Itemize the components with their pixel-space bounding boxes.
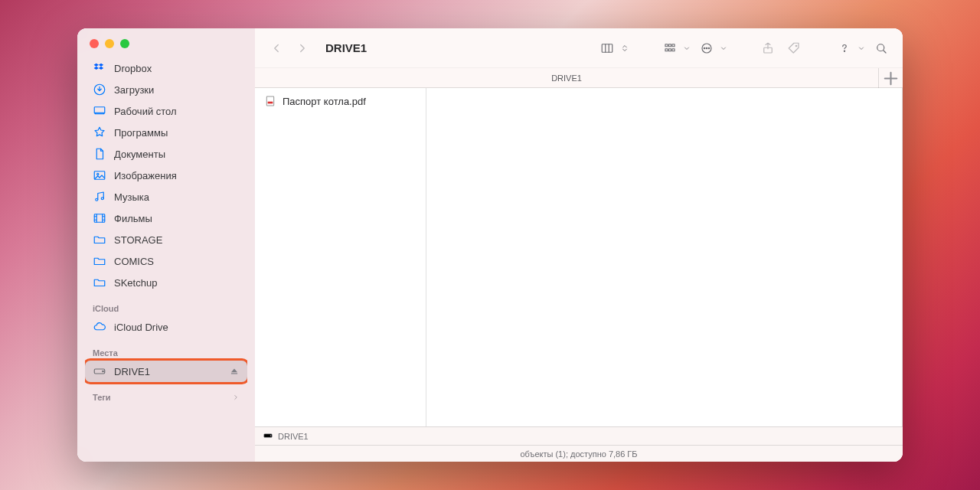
back-button[interactable] xyxy=(266,38,287,59)
sidebar-item-storage[interactable]: STORAGE xyxy=(85,229,247,250)
sidebar-item-label: Музыка xyxy=(114,191,240,203)
svg-point-21 xyxy=(708,47,710,49)
sidebar-section-tags[interactable]: Теги xyxy=(85,382,247,405)
sidebar-item-drive1[interactable]: DRIVE1 xyxy=(85,361,247,382)
sidebar-item-icloud-drive[interactable]: iCloud Drive xyxy=(85,316,247,338)
applications-icon xyxy=(93,126,106,139)
svg-rect-13 xyxy=(669,44,671,46)
file-row[interactable]: Паспорт котла.pdf xyxy=(261,93,420,109)
file-name: Паспорт котла.pdf xyxy=(283,96,366,107)
sidebar-item-documents[interactable]: Документы xyxy=(85,143,247,165)
desktop-icon xyxy=(93,104,106,118)
sidebar-item-sketchup[interactable]: SKetchup xyxy=(85,272,247,293)
pdf-file-icon xyxy=(264,95,276,107)
sidebar-item-label: Dropbox xyxy=(114,63,240,74)
svg-rect-17 xyxy=(672,48,675,51)
svg-point-5 xyxy=(96,198,98,201)
sidebar-section-locations[interactable]: Места xyxy=(85,338,247,361)
help-menu-button[interactable] xyxy=(834,38,866,59)
svg-point-9 xyxy=(103,371,104,372)
sidebar-section-label: iCloud xyxy=(93,304,119,313)
toolbar: DRIVE1 xyxy=(255,28,903,68)
sidebar-item-label: Загрузки xyxy=(114,84,240,96)
preview-column xyxy=(426,88,903,426)
eject-icon[interactable] xyxy=(229,366,240,377)
status-text: объекты (1); доступно 7,86 ГБ xyxy=(520,449,637,459)
sidebar-item-pictures[interactable]: Изображения xyxy=(85,165,247,186)
sidebar-section-icloud[interactable]: iCloud xyxy=(85,293,247,316)
forward-button[interactable] xyxy=(292,38,313,59)
fullscreen-window-button[interactable] xyxy=(120,39,129,48)
sidebar-list: Dropbox Загрузки Рабочий стол Программы … xyxy=(85,57,247,456)
window-controls xyxy=(85,39,247,57)
svg-point-19 xyxy=(704,47,705,49)
drive-icon xyxy=(93,364,106,378)
music-icon xyxy=(93,190,106,204)
svg-rect-11 xyxy=(602,44,612,52)
folder-icon xyxy=(93,233,106,247)
finder-window: Dropbox Загрузки Рабочий стол Программы … xyxy=(77,28,903,462)
sidebar-item-desktop[interactable]: Рабочий стол xyxy=(85,100,247,122)
svg-rect-27 xyxy=(268,102,273,104)
sidebar-item-label: Рабочий стол xyxy=(114,106,240,117)
svg-point-23 xyxy=(795,45,797,47)
path-bar[interactable]: DRIVE1 xyxy=(255,426,903,445)
svg-rect-26 xyxy=(266,96,273,106)
main-panel: DRIVE1 xyxy=(255,28,903,462)
svg-point-20 xyxy=(706,47,707,49)
svg-point-29 xyxy=(270,435,271,436)
content-area: Паспорт котла.pdf xyxy=(255,88,903,426)
minimize-window-button[interactable] xyxy=(105,39,114,48)
sidebar-item-label: STORAGE xyxy=(114,234,240,246)
sidebar-item-dropbox[interactable]: Dropbox xyxy=(85,57,247,79)
svg-rect-14 xyxy=(672,44,675,46)
sidebar-item-comics[interactable]: COMICS xyxy=(85,250,247,272)
svg-rect-16 xyxy=(669,48,671,51)
group-by-button[interactable] xyxy=(659,38,691,59)
path-label: DRIVE1 xyxy=(278,432,309,441)
drive-icon xyxy=(263,430,273,443)
sidebar-section-label: Теги xyxy=(93,393,111,402)
svg-rect-12 xyxy=(665,44,668,46)
close-window-button[interactable] xyxy=(90,39,99,48)
documents-icon xyxy=(93,147,106,161)
pictures-icon xyxy=(93,168,106,182)
svg-point-6 xyxy=(101,198,103,200)
svg-point-24 xyxy=(844,51,844,51)
view-columns-button[interactable] xyxy=(596,38,630,59)
sidebar-item-downloads[interactable]: Загрузки xyxy=(85,79,247,100)
dropbox-icon xyxy=(93,61,106,75)
action-menu-button[interactable] xyxy=(696,38,728,59)
sidebar-item-label: Фильмы xyxy=(114,213,240,224)
downloads-icon xyxy=(93,83,106,96)
sidebar-item-label: SKetchup xyxy=(114,277,240,289)
sidebar-item-label: Программы xyxy=(114,127,240,139)
sidebar-section-label: Места xyxy=(93,348,118,358)
status-bar: объекты (1); доступно 7,86 ГБ xyxy=(255,445,903,462)
add-column-button[interactable] xyxy=(878,68,903,88)
folder-icon xyxy=(93,254,106,268)
chevron-right-icon xyxy=(232,394,240,401)
svg-point-25 xyxy=(877,44,884,51)
sidebar-item-label: COMICS xyxy=(114,256,240,267)
column-header-title: DRIVE1 xyxy=(255,74,878,83)
cloud-icon xyxy=(93,320,106,334)
column-header: DRIVE1 xyxy=(255,68,903,88)
search-button[interactable] xyxy=(871,38,892,59)
folder-icon xyxy=(93,276,106,289)
sidebar-item-label: iCloud Drive xyxy=(114,322,240,333)
sidebar-item-label: Документы xyxy=(114,149,240,160)
file-column[interactable]: Паспорт котла.pdf xyxy=(255,88,426,426)
sidebar-item-label: DRIVE1 xyxy=(114,366,221,377)
svg-rect-10 xyxy=(231,373,237,374)
svg-rect-15 xyxy=(665,48,668,51)
svg-point-4 xyxy=(97,173,99,175)
sidebar-item-music[interactable]: Музыка xyxy=(85,186,247,207)
sidebar-item-applications[interactable]: Программы xyxy=(85,122,247,143)
sidebar-item-movies[interactable]: Фильмы xyxy=(85,207,247,229)
sidebar-item-label: Изображения xyxy=(114,170,240,181)
tags-button[interactable] xyxy=(783,38,805,59)
window-title: DRIVE1 xyxy=(325,41,367,54)
movies-icon xyxy=(93,211,106,225)
share-button[interactable] xyxy=(757,38,779,59)
